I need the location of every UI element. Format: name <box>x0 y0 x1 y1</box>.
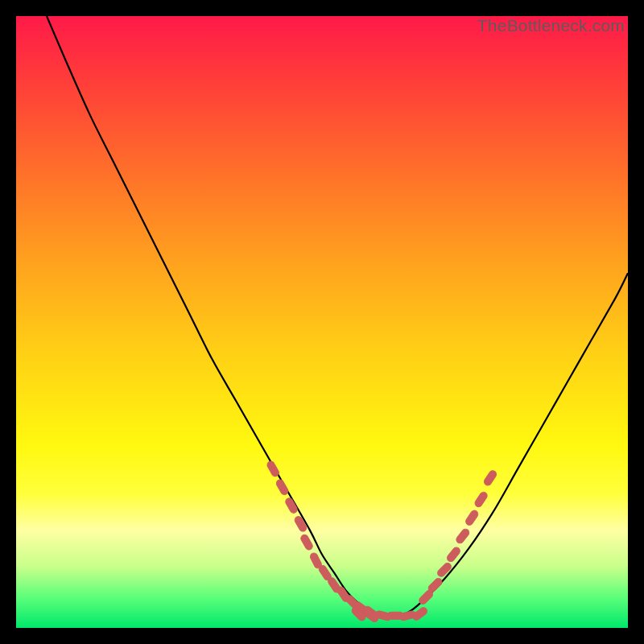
watermark-text: TheBottleneck.com <box>477 16 625 35</box>
gradient-background <box>16 16 628 628</box>
chart-frame: TheBottleneck.com <box>16 16 628 628</box>
chart-svg <box>16 16 628 628</box>
